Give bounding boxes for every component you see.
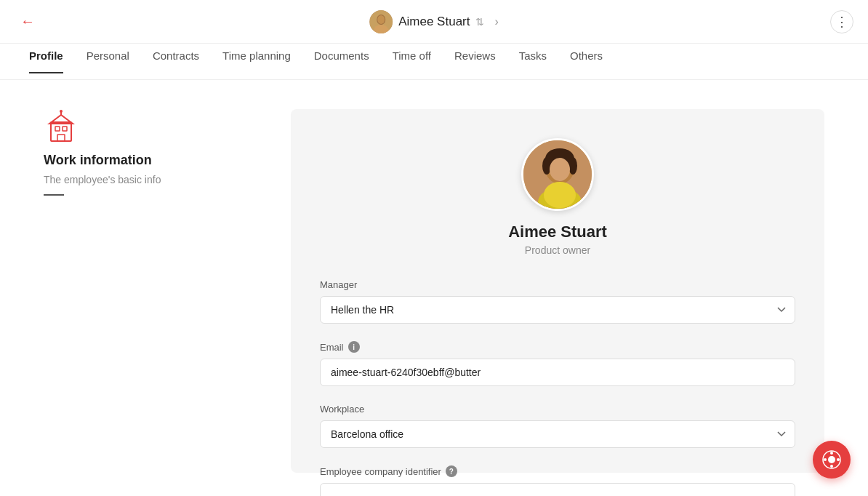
section-divider <box>44 194 64 196</box>
tab-documents[interactable]: Documents <box>314 49 369 73</box>
top-bar-center: Aimee Stuart ⇅ › <box>369 10 499 33</box>
tab-personal[interactable]: Personal <box>87 49 129 73</box>
avatar-large <box>521 138 594 211</box>
svg-point-22 <box>830 452 833 455</box>
profile-card: Aimee Stuart Product owner Manager Helle… <box>291 109 824 473</box>
svg-rect-4 <box>51 122 71 141</box>
svg-point-23 <box>837 458 840 461</box>
svg-point-3 <box>377 15 385 24</box>
svg-rect-7 <box>57 135 65 141</box>
tab-others[interactable]: Others <box>570 49 603 73</box>
nav-tabs: Profile Personal Contracts Time planning… <box>0 44 868 80</box>
email-field-group: Email i <box>320 341 795 386</box>
email-label: Email i <box>320 341 795 353</box>
tab-reviews[interactable]: Reviews <box>454 49 496 73</box>
top-bar: ← Aimee Stuart ⇅ › ⋮ <box>0 0 868 44</box>
svg-point-10 <box>60 110 63 113</box>
manager-label: Manager <box>320 279 795 290</box>
avatar-small <box>369 10 393 33</box>
svg-point-15 <box>542 157 551 175</box>
svg-point-24 <box>830 465 833 468</box>
svg-point-17 <box>550 158 570 181</box>
top-bar-left: ← <box>15 10 41 33</box>
tab-tasks[interactable]: Tasks <box>519 49 547 73</box>
tab-profile[interactable]: Profile <box>29 49 63 73</box>
tab-contracts[interactable]: Contracts <box>153 49 199 73</box>
tab-time-planning[interactable]: Time planning <box>222 49 291 73</box>
nav-arrow[interactable]: › <box>494 15 498 28</box>
svg-rect-6 <box>63 127 67 131</box>
fab-button[interactable] <box>813 441 851 479</box>
identifier-input[interactable] <box>320 483 795 496</box>
building-icon <box>44 109 79 144</box>
workplace-field-group: Workplace Barcelona office <box>320 404 795 448</box>
profile-header: Aimee Stuart Product owner <box>320 138 795 256</box>
section-description: The employee's basic info <box>44 174 262 185</box>
identifier-label: Employee company identifier ? <box>320 465 795 477</box>
identifier-field-group: Employee company identifier ? <box>320 465 795 496</box>
identifier-info-icon[interactable]: ? <box>446 465 457 477</box>
top-bar-right: ⋮ <box>830 10 853 33</box>
svg-point-16 <box>568 157 577 175</box>
section-title: Work information <box>44 153 262 168</box>
manager-field-group: Manager Hellen the HR <box>320 279 795 324</box>
svg-point-21 <box>828 456 835 463</box>
left-section: Work information The employee's basic in… <box>44 109 262 467</box>
workplace-label: Workplace <box>320 404 795 415</box>
tab-time-off[interactable]: Time off <box>393 49 431 73</box>
svg-point-25 <box>824 458 827 461</box>
back-button[interactable]: ← <box>15 10 41 33</box>
svg-point-19 <box>544 182 576 208</box>
sort-icon[interactable]: ⇅ <box>475 16 484 28</box>
main-content: Work information The employee's basic in… <box>0 80 868 496</box>
email-input[interactable] <box>320 359 795 386</box>
svg-rect-5 <box>55 127 60 131</box>
top-bar-name: Aimee Stuart <box>398 15 470 29</box>
manager-select[interactable]: Hellen the HR <box>320 296 795 324</box>
workplace-select[interactable]: Barcelona office <box>320 420 795 448</box>
email-info-icon[interactable]: i <box>348 341 360 353</box>
employee-name: Aimee Stuart <box>508 223 607 241</box>
employee-role: Product owner <box>525 244 590 256</box>
more-button[interactable]: ⋮ <box>830 10 853 33</box>
